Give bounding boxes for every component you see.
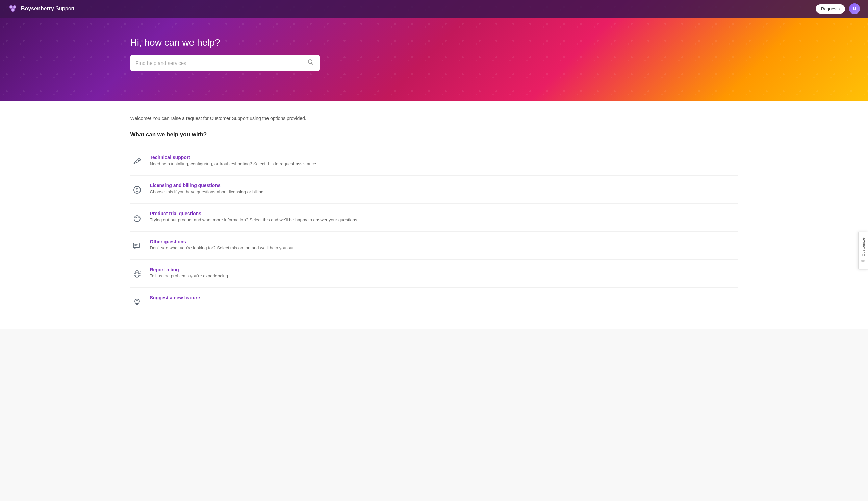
feature-content: Suggest a new feature xyxy=(150,295,200,301)
svg-line-7 xyxy=(311,63,313,65)
other-desc: Don't see what you're looking for? Selec… xyxy=(150,245,295,251)
section-title: What can we help you with? xyxy=(130,131,738,138)
list-item[interactable]: $ Licensing and billing questions Choose… xyxy=(130,176,738,204)
welcome-text: Welcome! You can raise a request for Cus… xyxy=(130,115,738,122)
trial-link[interactable]: Product trial questions xyxy=(150,211,201,216)
avatar[interactable]: U xyxy=(849,3,860,14)
feature-suggestion-icon xyxy=(130,295,144,309)
requests-button[interactable]: Requests xyxy=(816,4,845,13)
header-actions: Requests U xyxy=(816,3,860,14)
feature-link[interactable]: Suggest a new feature xyxy=(150,295,200,300)
list-item[interactable]: Suggest a new feature xyxy=(130,288,738,316)
bug-desc: Tell us the problems you're experiencing… xyxy=(150,273,229,279)
search-input[interactable] xyxy=(136,60,307,66)
hero-title: Hi, how can we help? xyxy=(130,37,220,48)
header-brand: Boysenberry Support xyxy=(8,4,74,13)
list-item[interactable]: Other questions Don't see what you're lo… xyxy=(130,232,738,260)
technical-support-content: Technical support Need help installing, … xyxy=(150,154,317,167)
brand-name: Boysenberry Support xyxy=(21,6,74,12)
billing-icon: $ xyxy=(130,183,144,196)
trial-icon xyxy=(130,211,144,225)
billing-content: Licensing and billing questions Choose t… xyxy=(150,182,265,195)
svg-rect-12 xyxy=(133,243,140,248)
svg-text:$: $ xyxy=(136,187,139,193)
svg-point-3 xyxy=(10,6,12,8)
trial-desc: Trying out our product and want more inf… xyxy=(150,216,359,223)
main-content: Welcome! You can raise a request for Cus… xyxy=(0,102,868,329)
customize-label: Customize xyxy=(861,237,865,256)
customize-tab[interactable]: Customize ✏ xyxy=(858,232,868,269)
bug-content: Report a bug Tell us the problems you're… xyxy=(150,267,229,279)
list-item[interactable]: Report a bug Tell us the problems you're… xyxy=(130,260,738,288)
bug-report-icon xyxy=(130,267,144,281)
search-bar xyxy=(130,55,319,71)
other-content: Other questions Don't see what you're lo… xyxy=(150,238,295,251)
search-icon[interactable] xyxy=(307,59,314,67)
svg-point-8 xyxy=(139,159,141,160)
trial-content: Product trial questions Trying out our p… xyxy=(150,211,359,223)
logo-icon xyxy=(8,4,18,13)
other-questions-icon xyxy=(130,239,144,253)
bug-link[interactable]: Report a bug xyxy=(150,267,179,272)
technical-support-icon xyxy=(130,155,144,169)
pencil-icon: ✏ xyxy=(861,258,865,264)
technical-support-desc: Need help installing, configuring, or tr… xyxy=(150,160,317,167)
svg-point-13 xyxy=(135,272,139,277)
service-list: Technical support Need help installing, … xyxy=(130,148,738,316)
list-item[interactable]: Product trial questions Trying out our p… xyxy=(130,204,738,232)
header: Boysenberry Support Requests U xyxy=(0,0,868,18)
technical-support-link[interactable]: Technical support xyxy=(150,155,191,160)
svg-point-5 xyxy=(12,9,14,11)
billing-desc: Choose this if you have questions about … xyxy=(150,189,265,195)
list-item[interactable]: Technical support Need help installing, … xyxy=(130,148,738,176)
svg-point-11 xyxy=(134,215,140,222)
svg-point-4 xyxy=(13,6,15,8)
billing-link[interactable]: Licensing and billing questions xyxy=(150,183,220,188)
other-link[interactable]: Other questions xyxy=(150,239,186,244)
